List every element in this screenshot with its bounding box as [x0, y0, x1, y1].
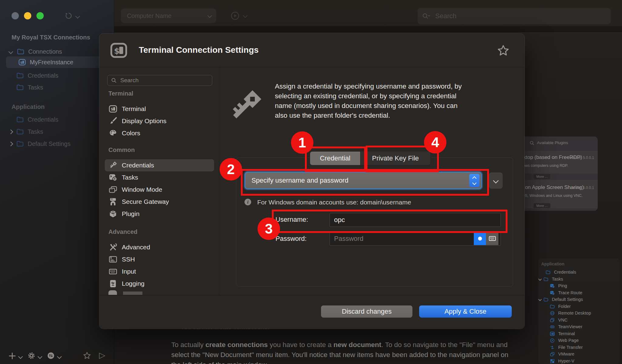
credentials-description: Assign a credential by specifying userna…: [275, 82, 462, 120]
sort-icon[interactable]: [47, 352, 55, 360]
tree-item-label: Terminal: [558, 331, 575, 336]
sidebar-item-app-credentials[interactable]: Credentials: [0, 113, 114, 126]
tree-item[interactable]: Default Settings: [539, 296, 583, 303]
sidebar-item-connections[interactable]: Connections: [0, 46, 114, 58]
sort-chevron-icon[interactable]: [57, 354, 62, 359]
play-connection-icon[interactable]: [230, 11, 240, 21]
terminal-connection-settings-dialog: Terminal Connection Settings Terminal Te…: [99, 34, 525, 329]
favorite-star-icon[interactable]: [497, 44, 510, 57]
settings-item-credentials[interactable]: Credentials: [105, 159, 214, 171]
tree-item[interactable]: TeamViewer: [550, 323, 583, 330]
task-icon: [550, 290, 555, 295]
settings-item-input[interactable]: Input: [105, 265, 214, 278]
tree-item-label: VMware: [558, 352, 574, 356]
gear-icon[interactable]: [27, 352, 36, 360]
settings-item-colors[interactable]: Colors: [105, 127, 214, 139]
sidebar-item-tasks[interactable]: Tasks: [0, 81, 114, 93]
chevron-down-icon[interactable]: [538, 298, 542, 301]
toolbar-search-field[interactable]: [418, 8, 611, 24]
tree-item[interactable]: Ping: [550, 282, 567, 289]
password-label: Password:: [275, 235, 307, 243]
plugin-card[interactable]: esktop (based on FreeRDP) Version 5.0.0.…: [516, 151, 598, 174]
vmware-icon: [550, 352, 555, 357]
settings-item-ssh[interactable]: SSH: [105, 253, 214, 265]
tree-item[interactable]: Web Page: [550, 337, 579, 344]
tree-item[interactable]: Hyper-V: [550, 358, 574, 364]
computer-name-input[interactable]: [121, 8, 216, 23]
chevron-down-icon[interactable]: [538, 277, 542, 281]
sidebar-item-myfreeinstance-row[interactable]: MyFreeInstance: [0, 56, 114, 68]
add-button[interactable]: +: [8, 349, 17, 362]
file-transfer-icon: [550, 345, 555, 350]
tree-item[interactable]: Remote Desktop: [550, 310, 591, 316]
key-icon: [225, 84, 265, 130]
vnc-icon: [550, 318, 555, 323]
tree-item[interactable]: Folder: [550, 303, 571, 310]
add-chevron-icon[interactable]: [18, 354, 23, 359]
sidebar-item-default-settings[interactable]: Default Settings: [0, 138, 114, 150]
play-icon[interactable]: ▷: [99, 350, 105, 360]
dialog-search-field[interactable]: [107, 75, 212, 86]
annotation-rect-3: [272, 210, 508, 233]
help-text-bold: new document: [333, 341, 381, 349]
tree-item[interactable]: VNC: [550, 317, 568, 323]
refresh-icon[interactable]: [64, 12, 73, 20]
sidebar-item-label: Connections: [28, 48, 62, 55]
sidebar-item-app-tasks[interactable]: Tasks: [0, 126, 114, 138]
discard-changes-button[interactable]: Discard changes: [321, 305, 412, 318]
onscreen-keyboard-button[interactable]: [486, 232, 498, 245]
chevron-right-icon[interactable]: [9, 129, 13, 134]
zoom-window-button[interactable]: [36, 12, 44, 19]
computer-name-field[interactable]: [121, 8, 216, 23]
gear-chevron-icon[interactable]: [38, 354, 43, 359]
tree-item[interactable]: VMware: [550, 351, 574, 357]
settings-item-advanced[interactable]: Advanced: [105, 241, 214, 253]
tree-item-label: Ping: [558, 283, 567, 288]
minimize-window-button[interactable]: [24, 12, 31, 19]
sidebar-item-credentials[interactable]: Credentials: [0, 69, 114, 82]
tools-icon: [108, 243, 118, 252]
star-icon[interactable]: [83, 351, 91, 360]
settings-item-label: Colors: [122, 130, 140, 137]
tree-item[interactable]: Credentials: [545, 269, 576, 275]
tree-item[interactable]: Tasks: [539, 276, 563, 282]
tree-item[interactable]: Trace Route: [550, 289, 582, 296]
sidebar-item-label: Tasks: [28, 84, 43, 91]
tree-item-label: TeamViewer: [558, 324, 583, 329]
tree-item[interactable]: Terminal: [550, 330, 575, 337]
dialog-search-input[interactable]: [120, 77, 212, 84]
dialog-title: Terminal Connection Settings: [139, 45, 259, 55]
tab-strip: [114, 26, 622, 32]
apply-close-button[interactable]: Apply & Close: [419, 305, 512, 318]
close-window-button[interactable]: [12, 12, 19, 19]
annotation-badge-4: 4: [424, 131, 446, 153]
available-plugins-panel: Available Plugins esktop (based on FreeR…: [516, 136, 598, 211]
toolbar-search-input[interactable]: [418, 8, 611, 24]
plugin-more-button[interactable]: More ...: [534, 203, 550, 208]
description-line: also use the parent folder's credential.: [275, 111, 462, 120]
settings-item-logging[interactable]: Logging: [105, 278, 214, 290]
settings-item-window-mode[interactable]: Window Mode: [105, 184, 214, 196]
settings-item-plugin[interactable]: Plugin: [105, 208, 214, 220]
plugin-card[interactable]: ed on Apple Screen Sharing) Version 5.0.…: [516, 180, 598, 208]
folder-icon: [545, 270, 551, 275]
settings-item-display-options[interactable]: Display Options: [105, 115, 214, 127]
settings-item-terminal[interactable]: Terminal: [105, 103, 214, 115]
plugin-more-button[interactable]: More ...: [534, 174, 550, 179]
reveal-password-button[interactable]: [474, 232, 486, 245]
tree-item[interactable]: File Transfer: [550, 344, 583, 351]
help-text-bold: create connections: [206, 341, 268, 349]
credential-extra-dropdown-button[interactable]: [489, 173, 503, 189]
settings-item-secure-gateway[interactable]: Secure Gateway: [105, 196, 214, 208]
plugin-description: indows computers using RDP.: [518, 163, 568, 168]
settings-item-label: Window Mode: [122, 186, 162, 193]
settings-item-tasks[interactable]: Tasks: [105, 171, 214, 184]
chevron-right-icon[interactable]: [9, 141, 13, 146]
sidebar-divider: [219, 67, 219, 295]
folder-icon: [17, 48, 25, 56]
sidebar-group-header: My Royal TSX Connections: [12, 34, 90, 41]
chevron-down-icon[interactable]: [9, 49, 13, 54]
clipped-settings-item[interactable]: [105, 290, 214, 295]
tasks-icon: [108, 173, 118, 182]
settings-item-label: Logging: [122, 280, 145, 287]
